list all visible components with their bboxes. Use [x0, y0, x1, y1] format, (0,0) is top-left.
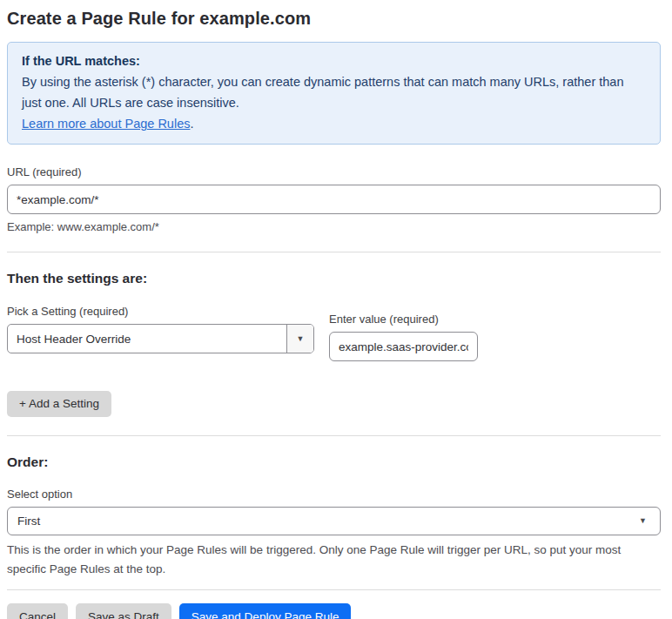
- url-example-helper: Example: www.example.com/*: [7, 220, 661, 233]
- order-select-value: First: [8, 508, 639, 535]
- info-box-link-line: Learn more about Page Rules.: [22, 113, 646, 134]
- order-section-heading: Order:: [7, 454, 661, 470]
- setting-picker-label: Pick a Setting (required): [7, 305, 314, 318]
- chevron-down-icon: ▼: [639, 517, 647, 525]
- info-box-body: By using the asterisk (*) character, you…: [22, 71, 646, 113]
- order-select[interactable]: First ▼: [7, 507, 661, 535]
- order-select-label: Select option: [7, 488, 661, 501]
- divider: [7, 252, 661, 252]
- save-as-draft-button[interactable]: Save as Draft: [76, 603, 171, 619]
- info-box-heading: If the URL matches:: [22, 50, 646, 71]
- url-match-info-box: If the URL matches: By using the asteris…: [7, 42, 661, 145]
- order-helper-text: This is the order in which your Page Rul…: [7, 541, 655, 579]
- url-field-group: URL (required) Example: www.example.com/…: [7, 165, 661, 233]
- save-and-deploy-button[interactable]: Save and Deploy Page Rule: [179, 603, 352, 619]
- page-title: Create a Page Rule for example.com: [7, 9, 661, 29]
- setting-picker-value: Host Header Override: [8, 325, 286, 353]
- learn-more-link[interactable]: Learn more about Page Rules: [22, 117, 190, 131]
- setting-row: Pick a Setting (required) Host Header Ov…: [7, 305, 661, 361]
- setting-picker-group: Pick a Setting (required) Host Header Ov…: [7, 305, 314, 353]
- order-select-arrow: ▼: [639, 508, 660, 535]
- link-period: .: [190, 117, 193, 131]
- setting-picker-arrow-button[interactable]: ▼: [286, 325, 313, 353]
- divider: [7, 435, 661, 436]
- cancel-button[interactable]: Cancel: [7, 603, 68, 619]
- setting-value-group: Enter value (required): [329, 313, 478, 361]
- create-page-rule-form: Create a Page Rule for example.com If th…: [0, 0, 672, 619]
- chevron-down-icon: ▼: [297, 335, 305, 343]
- footer-actions: Cancel Save as Draft Save and Deploy Pag…: [7, 603, 661, 619]
- setting-picker-select[interactable]: Host Header Override ▼: [7, 324, 314, 353]
- settings-section-heading: Then the settings are:: [7, 271, 661, 286]
- url-input[interactable]: [7, 185, 661, 214]
- setting-value-label: Enter value (required): [329, 313, 478, 326]
- add-setting-button[interactable]: + Add a Setting: [7, 391, 111, 417]
- url-field-label: URL (required): [7, 165, 661, 178]
- setting-value-input[interactable]: [329, 332, 478, 361]
- divider: [7, 589, 661, 590]
